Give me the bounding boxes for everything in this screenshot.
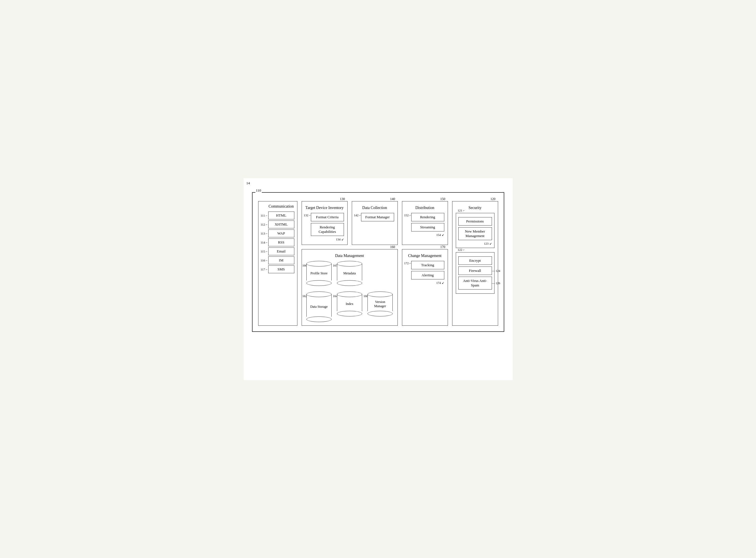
communication-section: Communication 111 ⌐ HTML 112 ⌐ XHTML 113…: [258, 201, 297, 326]
data-mgmt-number: 160: [390, 245, 395, 249]
comm-item-wap: 113 ⌐ WAP: [268, 229, 294, 237]
outer-diagram-label: 14: [246, 181, 250, 185]
rendering-box: Rendering: [411, 213, 444, 221]
version-manager-cylinder: Version Manager: [368, 291, 393, 316]
encrypt-box: Encrypt: [458, 256, 492, 265]
streaming-box: Streaming: [411, 223, 444, 231]
data-management-section: 160 Data Management 166 ⌐ Profile Store: [302, 249, 398, 326]
data-storage-cylinder: Data Storage: [306, 291, 332, 322]
comm-item-xhtml: 112 ⌐ XHTML: [268, 221, 294, 228]
comm-item-html: 111 ⌐ HTML: [268, 211, 294, 220]
permissions-box: Permissions: [458, 217, 492, 226]
format-criteria-box: Format Criteria: [311, 213, 344, 221]
target-device-section: 130 Target Device Inventory 132 ⌐ Format…: [302, 201, 348, 245]
outer-box: 110 Communication 111 ⌐ HTML 112 ⌐ XHTML…: [252, 192, 504, 332]
security-number: 120: [490, 197, 495, 201]
new-member-box: New Member Management: [458, 227, 492, 240]
distribution-number: 150: [440, 197, 446, 201]
distribution-section: 150 Distribution 152 ⌐ Rendering Streami…: [402, 201, 448, 245]
main-grid: Communication 111 ⌐ HTML 112 ⌐ XHTML 113…: [258, 201, 498, 326]
change-mgmt-number: 170: [440, 245, 446, 249]
security-section: 120 Security 121 ⌐ Permissions New Membe…: [452, 201, 498, 326]
rendering-capabilities-box: Rendering Capabilities: [311, 223, 344, 236]
data-collection-section: 140 Data Collection 142 ⌐ Format Manager: [352, 201, 398, 245]
format-manager-box: Format Manager: [361, 213, 394, 221]
communication-title: Communication: [268, 204, 294, 209]
target-device-title: Target Device Inventory: [305, 206, 344, 210]
target-device-number: 130: [340, 197, 345, 201]
comm-item-im: 116 ⌐ IM: [268, 256, 294, 264]
comm-number-114: 114 ⌐: [261, 241, 268, 244]
comm-item-email: 115 ⌐ Email: [268, 248, 294, 255]
comm-number-115: 115 ⌐: [261, 250, 268, 253]
profile-store-cylinder: Profile Store: [306, 261, 332, 286]
outer-number: 110: [255, 188, 262, 193]
index-cylinder: Index: [337, 291, 362, 316]
data-mgmt-title: Data Management: [305, 254, 394, 258]
comm-number-117: 117 ⌐: [261, 268, 268, 271]
page: 14 110 Communication 111 ⌐ HTML 112 ⌐ XH…: [244, 178, 513, 380]
alerting-box: Alerting: [411, 271, 444, 279]
distribution-title: Distribution: [406, 206, 444, 210]
comm-number-116: 116 ⌐: [261, 259, 268, 262]
anti-virus-box: Anti-Virus Anti-Spam: [458, 277, 492, 289]
change-management-section: 170 Change Management 172 ⌐ Tracking Ale…: [402, 249, 448, 326]
comm-item-rss: 114 ⌐ RSS: [268, 238, 294, 246]
comm-number-112: 112 ⌐: [261, 223, 268, 226]
tracking-box: Tracking: [411, 261, 444, 269]
change-mgmt-title: Change Management: [406, 254, 444, 258]
data-collection-title: Data Collection: [355, 206, 394, 210]
comm-number-113: 113 ⌐: [261, 232, 268, 235]
metadata-cylinder: Metadata: [337, 261, 362, 286]
data-collection-number: 140: [390, 197, 395, 201]
comm-number-111: 111 ⌐: [261, 214, 268, 217]
firewall-box: Firewall: [458, 267, 492, 275]
comm-item-sms: 117 ⌐ SMS: [268, 265, 294, 273]
